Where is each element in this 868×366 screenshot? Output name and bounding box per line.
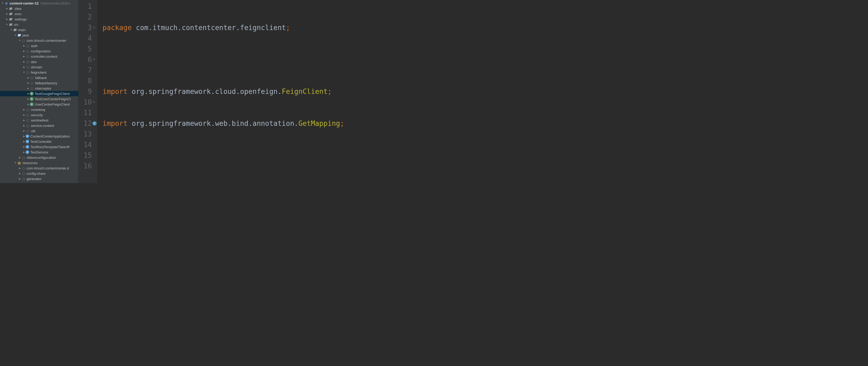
expand-arrow-icon[interactable] [22, 151, 26, 154]
package-icon [26, 107, 30, 112]
code-editor[interactable]: 1 2 3⊟ 4 5 6⊟ 7 8 9 10⊟ 11 12C 13 14 15 … [79, 0, 868, 183]
code-content[interactable]: package com.itmuch.contentcenter.feigncl… [97, 0, 868, 183]
expand-arrow-icon[interactable] [27, 81, 30, 85]
tree-item-generator[interactable]: generator [0, 176, 78, 181]
expand-arrow-icon[interactable] [22, 135, 26, 138]
expand-arrow-icon[interactable] [22, 71, 26, 74]
tree-item-testservice[interactable]: CTestService [0, 149, 78, 155]
expand-arrow-icon[interactable] [22, 55, 26, 58]
tree-item-util[interactable]: util [0, 128, 78, 134]
expand-arrow-icon[interactable] [18, 156, 21, 159]
fold-marker-icon[interactable]: ⊟ [93, 97, 95, 107]
tree-item-fallbackfactory[interactable]: fallbackfactory [0, 80, 78, 86]
expand-arrow-icon[interactable] [22, 140, 26, 143]
expand-arrow-icon[interactable] [22, 60, 26, 63]
expand-arrow-icon[interactable] [27, 76, 30, 79]
tree-item-label: TestGoogleFeignClient [35, 92, 70, 96]
expand-arrow-icon[interactable] [27, 92, 30, 95]
source-folder-icon [17, 33, 21, 37]
class-icon: C [26, 145, 29, 149]
tree-item-contentcenterapplication[interactable]: CContentCenterApplication [0, 134, 78, 139]
tree-item-path: /Volumes/doc/IDEA [40, 1, 70, 5]
tree-item--mvn[interactable]: .mvn [0, 11, 78, 16]
tree-item-main[interactable]: main [0, 27, 78, 32]
expand-arrow-icon[interactable] [27, 97, 30, 101]
tree-item-testusercenterfeigncl[interactable]: ITestUserCenterFeignCl [0, 96, 78, 102]
expand-arrow-icon[interactable] [18, 39, 21, 42]
tree-item--settings[interactable]: .settings [0, 16, 78, 22]
line-number: 8 [88, 75, 92, 86]
tree-item-interceptor[interactable]: interceptor [0, 86, 78, 91]
expand-arrow-icon[interactable] [22, 119, 26, 122]
interface-icon: I [30, 102, 34, 106]
tree-item-content-center-12[interactable]: content-center-12/Volumes/doc/IDEA [0, 1, 78, 6]
class-gutter-icon[interactable]: C [92, 121, 97, 126]
expand-arrow-icon[interactable] [22, 49, 26, 53]
class-icon: C [26, 140, 29, 143]
tree-item-configuration[interactable]: configuration [0, 48, 78, 54]
expand-arrow-icon[interactable] [22, 65, 26, 69]
project-tree-panel[interactable]: content-center-12/Volumes/doc/IDEA.idea.… [0, 0, 79, 183]
expand-arrow-icon[interactable] [22, 124, 26, 127]
tree-item-service-content[interactable]: service.content [0, 123, 78, 128]
expand-arrow-icon[interactable] [18, 177, 21, 180]
package-icon [26, 65, 30, 69]
expand-arrow-icon[interactable] [27, 103, 30, 106]
tree-item-fallback[interactable]: fallback [0, 75, 78, 80]
expand-arrow-icon[interactable] [22, 113, 26, 117]
tree-item-auth[interactable]: auth [0, 43, 78, 48]
tree-item-security[interactable]: security [0, 112, 78, 118]
keyword-import: import [102, 88, 127, 96]
tree-item-usercenterfeignclient[interactable]: IUserCenterFeignClient [0, 102, 78, 107]
expand-arrow-icon[interactable] [5, 18, 8, 21]
folder-icon [8, 12, 13, 16]
tree-item-com-itmuch-contentcenter-d[interactable]: com.itmuch.contentcenter.d [0, 165, 78, 171]
expand-arrow-icon[interactable] [18, 172, 21, 175]
tree-item-ribbonconfiguration[interactable]: ribbonconfiguration [0, 155, 78, 160]
package-icon [26, 113, 30, 117]
tree-item-dao[interactable]: dao [0, 59, 78, 64]
tree-item-sentineltest[interactable]: sentineltest [0, 118, 78, 123]
line-number: 3 [88, 22, 92, 33]
tree-item-src[interactable]: src [0, 22, 78, 27]
fold-marker-icon[interactable]: ⊟ [93, 22, 95, 33]
tree-item-controller-content[interactable]: controller.content [0, 54, 78, 59]
tree-item-domain[interactable]: domain [0, 64, 78, 70]
tree-item-label: main [18, 28, 26, 32]
tree-item-rocketmq[interactable]: rocketmq [0, 107, 78, 112]
expand-arrow-icon[interactable] [5, 12, 8, 15]
expand-arrow-icon[interactable] [22, 129, 26, 132]
tree-item-java[interactable]: java [0, 32, 78, 38]
tree-item-testcontroller[interactable]: CTestController [0, 139, 78, 144]
expand-arrow-icon[interactable] [9, 28, 13, 31]
resources-folder-icon [17, 161, 21, 165]
expand-arrow-icon[interactable] [14, 161, 17, 164]
tree-item-label: .idea [14, 7, 21, 11]
expand-arrow-icon[interactable] [22, 108, 26, 111]
tree-item-feignclient[interactable]: feignclient [0, 70, 78, 75]
tree-item-com-itmuch-contentcenter[interactable]: com.itmuch.contentcenter [0, 38, 78, 43]
tree-item-label: controller.content [31, 55, 57, 59]
tree-item-label: UserCenterFeignClient [35, 102, 70, 106]
expand-arrow-icon[interactable] [22, 44, 26, 47]
line-number: 15 [84, 150, 92, 161]
fold-marker-icon[interactable]: ⊟ [93, 54, 95, 65]
tree-item-resources[interactable]: resources [0, 160, 78, 165]
line-number: 7 [88, 65, 92, 75]
tree-item-testresttemplatetokenr[interactable]: CTestRestTemplateTokenR [0, 144, 78, 149]
expand-arrow-icon[interactable] [5, 23, 8, 26]
package-icon [30, 81, 34, 85]
expand-arrow-icon[interactable] [1, 2, 4, 5]
tree-item--idea[interactable]: .idea [0, 6, 78, 11]
expand-arrow-icon[interactable] [27, 87, 30, 90]
expand-arrow-icon[interactable] [5, 7, 8, 10]
expand-arrow-icon[interactable] [18, 167, 21, 170]
line-number: 2 [88, 12, 92, 22]
line-number: 5 [88, 44, 92, 54]
line-number: 10 [84, 97, 92, 107]
expand-arrow-icon[interactable] [14, 34, 17, 37]
tree-item-label: src [14, 23, 19, 27]
tree-item-config-share[interactable]: config-share [0, 171, 78, 176]
tree-item-testgooglefeignclient[interactable]: ITestGoogleFeignClient [0, 91, 78, 96]
expand-arrow-icon[interactable] [22, 145, 26, 148]
